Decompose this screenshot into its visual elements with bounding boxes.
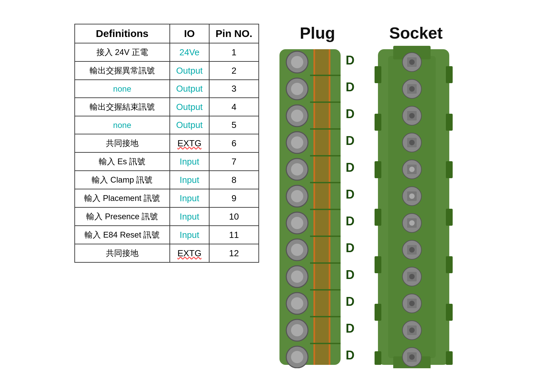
cell-definition: 輸出交握異常訊號: [75, 61, 170, 80]
cell-pin: 11: [209, 226, 259, 244]
diagram-labels-row: Plug Socket: [273, 24, 470, 42]
svg-text:D: D: [346, 80, 355, 94]
svg-text:D: D: [346, 214, 355, 228]
svg-point-77: [409, 193, 415, 199]
svg-point-85: [409, 301, 415, 306]
svg-rect-2: [315, 49, 329, 365]
svg-rect-0: [279, 49, 341, 365]
cell-io: EXTG: [170, 244, 209, 262]
svg-rect-98: [446, 114, 453, 131]
socket-label: Socket: [389, 24, 442, 42]
cell-pin: 5: [209, 116, 259, 134]
svg-rect-92: [375, 161, 381, 178]
cell-pin: 7: [209, 152, 259, 171]
svg-point-67: [409, 59, 415, 65]
svg-point-71: [409, 113, 415, 118]
svg-point-15: [291, 56, 303, 68]
cell-pin: 8: [209, 171, 259, 189]
cell-pin: 3: [209, 80, 259, 98]
cell-io: Input: [170, 189, 209, 207]
svg-rect-94: [375, 256, 381, 273]
svg-text:D: D: [346, 268, 355, 282]
cell-definition: 輸入 Placement 訊號: [75, 189, 170, 207]
svg-point-73: [409, 140, 415, 145]
svg-point-17: [291, 110, 303, 122]
svg-point-25: [291, 324, 303, 336]
plug-diagram: D D D D D D D D D D D D: [273, 46, 368, 368]
svg-rect-100: [446, 209, 453, 226]
cell-io: Input: [170, 152, 209, 171]
svg-point-19: [291, 163, 303, 175]
cell-definition: 輸出交握結束訊號: [75, 98, 170, 116]
cell-io: Output: [170, 116, 209, 134]
cell-definition: none: [75, 80, 170, 98]
svg-text:D: D: [346, 161, 355, 174]
svg-point-69: [409, 86, 415, 92]
svg-rect-99: [446, 161, 453, 178]
table-row: 輸入 Presence 訊號Input10: [75, 207, 259, 226]
cell-io: EXTG: [170, 134, 209, 152]
svg-text:D: D: [346, 107, 355, 121]
cell-io: Output: [170, 98, 209, 116]
svg-rect-97: [446, 66, 453, 83]
table-row: 共同接地EXTG12: [75, 244, 259, 262]
svg-point-24: [291, 297, 303, 310]
cell-pin: 6: [209, 134, 259, 152]
cell-io: 24Ve: [170, 43, 209, 61]
cell-io: Input: [170, 207, 209, 226]
svg-rect-102: [446, 304, 453, 321]
svg-point-16: [291, 83, 303, 95]
svg-rect-91: [375, 114, 381, 131]
svg-text:D: D: [346, 295, 355, 309]
cell-definition: 輸入 Presence 訊號: [75, 207, 170, 226]
svg-text:D: D: [346, 348, 355, 362]
cell-pin: 2: [209, 61, 259, 80]
plug-label: Plug: [300, 24, 335, 42]
table-row: 輸入 Clamp 訊號Input8: [75, 171, 259, 189]
cell-definition: 共同接地: [75, 244, 170, 262]
cell-definition: 輸入 Es 訊號: [75, 152, 170, 171]
svg-text:D: D: [346, 53, 355, 67]
table-row: 輸入 Placement 訊號Input9: [75, 189, 259, 207]
cell-pin: 4: [209, 98, 259, 116]
table-row: noneOutput5: [75, 116, 259, 134]
cell-definition: none: [75, 116, 170, 134]
cell-pin: 1: [209, 43, 259, 61]
svg-text:D: D: [346, 241, 355, 255]
svg-point-21: [291, 217, 303, 229]
main-container: Definitions IO Pin NO. 接入 24V 正電24Ve1輸出交…: [61, 10, 483, 382]
cell-definition: 輸入 Clamp 訊號: [75, 171, 170, 189]
cell-io: Input: [170, 226, 209, 244]
svg-rect-90: [375, 66, 381, 83]
table-row: 共同接地EXTG6: [75, 134, 259, 152]
table-row: 輸入 E84 Reset 訊號Input11: [75, 226, 259, 244]
cell-io: Input: [170, 171, 209, 189]
cell-pin: 12: [209, 244, 259, 262]
svg-point-20: [291, 190, 303, 202]
table-row: noneOutput3: [75, 80, 259, 98]
svg-rect-101: [446, 256, 453, 273]
cell-pin: 10: [209, 207, 259, 226]
definitions-table: Definitions IO Pin NO. 接入 24V 正電24Ve1輸出交…: [74, 24, 259, 263]
socket-diagram: [375, 46, 470, 368]
table-row: 接入 24V 正電24Ve1: [75, 43, 259, 61]
svg-point-26: [291, 351, 303, 363]
cell-io: Output: [170, 61, 209, 80]
cell-definition: 接入 24V 正電: [75, 43, 170, 61]
cell-io: Output: [170, 80, 209, 98]
svg-point-89: [409, 354, 415, 360]
svg-text:D: D: [346, 187, 355, 201]
svg-rect-93: [375, 209, 381, 226]
diagrams-section: Plug Socket: [273, 24, 470, 368]
svg-point-18: [291, 136, 303, 149]
table-row: 輸出交握異常訊號Output2: [75, 61, 259, 80]
col-header-pinno: Pin NO.: [209, 24, 259, 43]
svg-point-23: [291, 270, 303, 283]
cell-definition: 共同接地: [75, 134, 170, 152]
svg-point-81: [409, 247, 415, 253]
svg-point-22: [291, 244, 303, 256]
svg-text:D: D: [346, 134, 355, 148]
diagrams-visual-row: D D D D D D D D D D D D: [273, 46, 470, 368]
table-row: 輸出交握結束訊號Output4: [75, 98, 259, 116]
table-row: 輸入 Es 訊號Input7: [75, 152, 259, 171]
